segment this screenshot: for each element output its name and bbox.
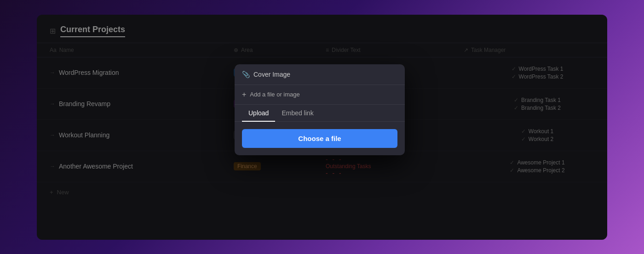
popup-tabs: Upload Embed link xyxy=(235,105,405,122)
cover-image-popup: 📎 Cover Image + Add a file or image Uplo… xyxy=(235,64,405,155)
popup-title: Cover Image xyxy=(253,71,290,78)
popup-header: 📎 Cover Image xyxy=(235,64,405,85)
plus-icon: + xyxy=(242,90,246,99)
paperclip-icon: 📎 xyxy=(242,71,250,78)
choose-file-button[interactable]: Choose a file xyxy=(242,129,397,148)
tab-embed-link[interactable]: Embed link xyxy=(275,105,320,121)
add-file-label: Add a file or image xyxy=(250,91,299,98)
popup-add-row[interactable]: + Add a file or image xyxy=(235,85,405,105)
main-window: ⊞ Current Projects Aa Name ⊕ Area ≡ Divi… xyxy=(37,15,607,240)
popup-body: Choose a file xyxy=(235,122,405,155)
tab-upload[interactable]: Upload xyxy=(242,105,275,121)
